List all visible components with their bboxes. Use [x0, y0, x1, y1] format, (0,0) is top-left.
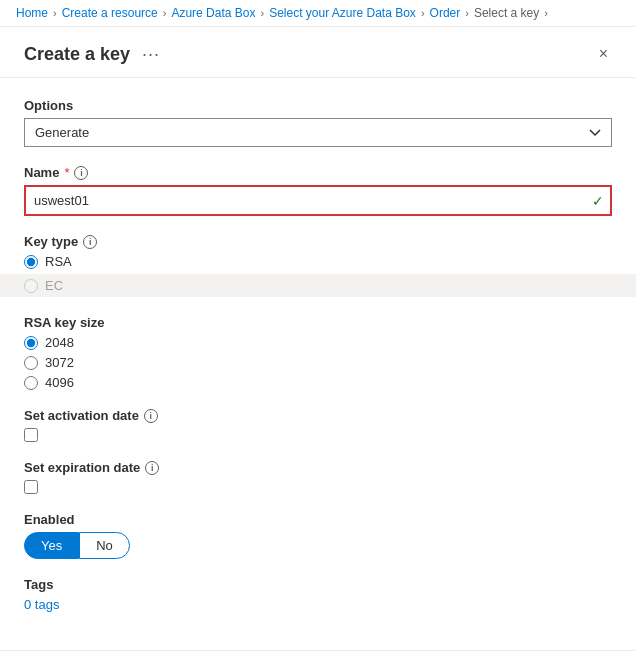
- panel-footer: Create: [0, 650, 636, 659]
- close-icon: ×: [599, 45, 608, 63]
- options-select[interactable]: Generate: [24, 118, 612, 147]
- rsa-key-size-group: RSA key size 2048 3072 4096: [24, 315, 612, 390]
- ec-radio: [24, 279, 38, 293]
- name-info-icon[interactable]: i: [74, 166, 88, 180]
- breadcrumb-home[interactable]: Home: [16, 6, 48, 20]
- expiration-label-row: Set expiration date i: [24, 460, 612, 475]
- ec-radio-label[interactable]: EC: [24, 278, 612, 293]
- name-label: Name: [24, 165, 59, 180]
- rsa-4096-radio[interactable]: [24, 376, 38, 390]
- key-type-label-row: Key type i: [24, 234, 612, 249]
- expiration-date-label: Set expiration date: [24, 460, 140, 475]
- panel-header: Create a key ··· ×: [0, 27, 636, 78]
- activation-checkbox[interactable]: [24, 428, 38, 442]
- breadcrumb-azure-data-box[interactable]: Azure Data Box: [171, 6, 255, 20]
- breadcrumb-sep-2: ›: [163, 7, 167, 19]
- ec-label-text: EC: [45, 278, 63, 293]
- page-container: Home › Create a resource › Azure Data Bo…: [0, 0, 636, 659]
- options-group: Options Generate: [24, 98, 612, 147]
- ec-row: EC: [0, 274, 636, 297]
- yes-toggle-button[interactable]: Yes: [24, 532, 79, 559]
- rsa-3072-radio[interactable]: [24, 356, 38, 370]
- enabled-label: Enabled: [24, 512, 612, 527]
- breadcrumb-sep-6: ›: [544, 7, 548, 19]
- panel-title: Create a key: [24, 44, 130, 65]
- name-input-wrapper: ✓: [24, 185, 612, 216]
- rsa-2048-text: 2048: [45, 335, 74, 350]
- rsa-2048-radio[interactable]: [24, 336, 38, 350]
- rsa-3072-text: 3072: [45, 355, 74, 370]
- rsa-2048-label[interactable]: 2048: [24, 335, 612, 350]
- close-button[interactable]: ×: [595, 41, 612, 67]
- activation-label-row: Set activation date i: [24, 408, 612, 423]
- key-type-label: Key type: [24, 234, 78, 249]
- name-label-row: Name * i: [24, 165, 612, 180]
- enabled-toggle: Yes No: [24, 532, 612, 559]
- breadcrumb-sep-4: ›: [421, 7, 425, 19]
- enabled-group: Enabled Yes No: [24, 512, 612, 559]
- rsa-4096-text: 4096: [45, 375, 74, 390]
- key-type-info-icon[interactable]: i: [83, 235, 97, 249]
- activation-date-label: Set activation date: [24, 408, 139, 423]
- breadcrumb: Home › Create a resource › Azure Data Bo…: [0, 0, 636, 27]
- breadcrumb-order[interactable]: Order: [430, 6, 461, 20]
- breadcrumb-sep-5: ›: [465, 7, 469, 19]
- breadcrumb-sep-3: ›: [260, 7, 264, 19]
- rsa-3072-label[interactable]: 3072: [24, 355, 612, 370]
- tags-link[interactable]: 0 tags: [24, 597, 59, 612]
- activation-checkbox-label[interactable]: [24, 428, 612, 442]
- name-required-star: *: [64, 165, 69, 180]
- breadcrumb-sep-1: ›: [53, 7, 57, 19]
- rsa-radio[interactable]: [24, 255, 38, 269]
- tags-label: Tags: [24, 577, 612, 592]
- breadcrumb-create-resource[interactable]: Create a resource: [62, 6, 158, 20]
- tags-group: Tags 0 tags: [24, 577, 612, 612]
- name-input[interactable]: [24, 185, 612, 216]
- rsa-4096-label[interactable]: 4096: [24, 375, 612, 390]
- key-type-radio-group: RSA EC: [24, 254, 612, 297]
- breadcrumb-select-data-box[interactable]: Select your Azure Data Box: [269, 6, 416, 20]
- expiration-date-group: Set expiration date i: [24, 460, 612, 494]
- name-check-icon: ✓: [592, 193, 604, 209]
- breadcrumb-current: Select a key: [474, 6, 539, 20]
- expiration-info-icon[interactable]: i: [145, 461, 159, 475]
- rsa-radio-label[interactable]: RSA: [24, 254, 612, 269]
- no-toggle-button[interactable]: No: [79, 532, 130, 559]
- expiration-checkbox-label[interactable]: [24, 480, 612, 494]
- activation-date-group: Set activation date i: [24, 408, 612, 442]
- name-group: Name * i ✓: [24, 165, 612, 216]
- rsa-label-text: RSA: [45, 254, 72, 269]
- panel-body: Options Generate Name * i ✓: [0, 78, 636, 650]
- rsa-key-size-label: RSA key size: [24, 315, 612, 330]
- panel-title-area: Create a key ···: [24, 42, 164, 67]
- panel: Create a key ··· × Options Generate Name…: [0, 27, 636, 659]
- activation-info-icon[interactable]: i: [144, 409, 158, 423]
- panel-menu-button[interactable]: ···: [138, 42, 164, 67]
- rsa-key-size-radio-group: 2048 3072 4096: [24, 335, 612, 390]
- key-type-group: Key type i RSA EC: [24, 234, 612, 297]
- expiration-checkbox[interactable]: [24, 480, 38, 494]
- options-label: Options: [24, 98, 612, 113]
